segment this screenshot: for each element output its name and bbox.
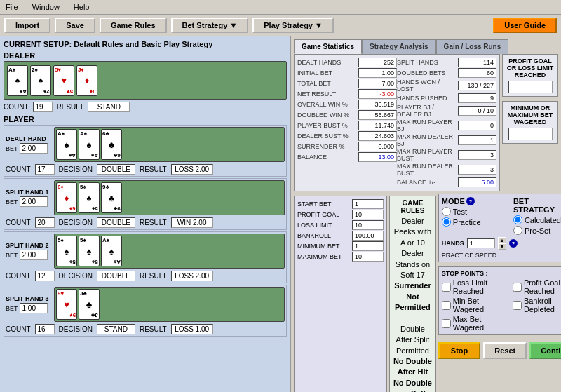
bet-setting-value: 1 (352, 241, 384, 251)
mode-help-icon[interactable]: ? (466, 197, 475, 205)
stat-label: BALANCE (297, 154, 357, 161)
continue-button[interactable]: Continue (529, 342, 561, 359)
mode-test-radio[interactable] (442, 207, 451, 216)
split3-decision: STAND (97, 324, 135, 334)
decision-label: DECISION (59, 165, 93, 173)
bet-label: BET (6, 198, 18, 205)
stop-point-checkbox[interactable] (513, 301, 522, 310)
split2-count: 12 (35, 271, 55, 281)
stat-label: HANDS PUSHED (397, 95, 457, 102)
save-button[interactable]: Save (55, 18, 95, 33)
mode-practice-label: Practice (453, 218, 481, 227)
split3-label: SPLIT HAND 3 (6, 295, 51, 302)
dealt-hand-label: DEALT HAND (6, 135, 51, 142)
stat-value: 3 (458, 150, 496, 160)
stat-row: INITIAL BET1.00 (297, 68, 397, 78)
stat-row: TOTAL BET7.00 (297, 79, 397, 88)
profit-loss-title: PROFIT GOAL OR LOSS LIMIT REACHED (506, 58, 555, 79)
bet-setting-value: 10 (352, 210, 384, 219)
count-label: COUNT (4, 103, 29, 111)
split1-bet: 2.00 (20, 196, 48, 207)
bet-strategy-button[interactable]: Bet Strategy ▼ (171, 18, 249, 33)
stat-label: MAX RUN PLAYER BUST (397, 148, 457, 162)
stop-point-label: Loss Limit Reached (453, 278, 511, 295)
split3-result: LOSS 1.00 (171, 324, 213, 334)
hands-spin-up[interactable]: ▲ (498, 237, 506, 243)
reset-button[interactable]: Reset (483, 342, 527, 359)
menu-file[interactable]: File (3, 1, 21, 13)
card: A♠♠A♠ (101, 236, 122, 266)
menu-help[interactable]: Help (71, 1, 93, 13)
stop-point-checkbox[interactable] (442, 319, 451, 328)
split3-bet: 1.00 (20, 303, 48, 313)
stat-value: 3 (458, 165, 496, 175)
stat-row: SURRENDER %0.000 (297, 142, 397, 151)
card: 5♠♠5♠ (79, 182, 100, 213)
stop-button[interactable]: Stop (438, 342, 480, 359)
game-rule-line: Surrender Not Permitted (393, 281, 433, 313)
stat-value: 1.00 (358, 68, 397, 78)
profit-loss-box: PROFIT GOAL OR LOSS LIMIT REACHED (502, 54, 558, 97)
stop-points-title: STOP POINTS : (442, 270, 561, 277)
stat-label: MAX RUN DEALER BUST (397, 163, 457, 177)
stat-value: 35.519 (358, 100, 397, 109)
stop-point-checkbox[interactable] (442, 283, 451, 292)
stat-label: INITIAL BET (297, 69, 357, 76)
split3-cards: 9♥♥9♥ J♣♣J♣ (54, 287, 285, 322)
result-label: RESULT (140, 272, 167, 280)
game-rules-text: Dealer Peeks with A or 10Dealer Stands o… (393, 216, 433, 392)
stop-point-checkbox[interactable] (513, 283, 522, 292)
profit-loss-input[interactable] (508, 81, 553, 93)
hands-input[interactable] (467, 238, 495, 248)
bet-setting-row: LOSS LIMIT10 (297, 220, 384, 230)
tab-game-statistics[interactable]: Game Statistics (294, 39, 362, 54)
play-strategy-button[interactable]: Play Strategy ▼ (252, 18, 334, 33)
practice-speed-label: PRACTICE SPEED (442, 252, 497, 259)
stop-point-checkbox[interactable] (442, 301, 451, 310)
hands-help-icon[interactable]: ? (509, 239, 518, 248)
import-button[interactable]: Import (4, 18, 50, 33)
card: 9♥♥9♥ (56, 289, 77, 320)
stat-value: 0 (458, 121, 496, 130)
split2-cards: 5♠♠5♠ 5♠♠5♠ A♠♠A♠ (54, 234, 285, 269)
min-max-input[interactable] (508, 128, 553, 140)
user-guide-button[interactable]: User Guide (493, 18, 557, 33)
stop-point-label: Min Bet Wagered (453, 297, 511, 313)
split1-label: SPLIT HAND 1 (6, 189, 51, 196)
bet-setting-label: START BET (297, 201, 350, 208)
game-rules-button[interactable]: Game Rules (100, 18, 167, 33)
bet-strategy-preset-radio[interactable] (513, 226, 522, 235)
stat-label: HANDS WON / LOST (397, 79, 457, 93)
bet-setting-value: 10 (352, 220, 384, 230)
mode-practice-radio[interactable] (442, 217, 451, 227)
dealt-count: 17 (35, 164, 55, 175)
game-rule-line: Dealer Stands on Soft 17 (393, 248, 433, 281)
hands-spin-down[interactable]: ▼ (498, 243, 506, 250)
card: A♠♠A♠ (79, 129, 100, 160)
card: 6♣♣6♣ (101, 129, 122, 160)
stat-value: -3.00 (358, 89, 397, 99)
tab-gain-loss-runs[interactable]: Gain / Loss Runs (436, 39, 509, 54)
bet-setting-value: 1 (352, 199, 384, 209)
card: J♣♣J♣ (79, 289, 100, 320)
stat-row: SPLIT HANDS114 (397, 58, 496, 67)
stat-value: + 5.00 (458, 177, 496, 187)
stat-row: OVERALL WIN %35.519 (297, 100, 397, 109)
bet-setting-label: MINIMUM BET (297, 243, 350, 250)
mode-label: MODE (442, 197, 465, 205)
bet-setting-label: MAXIMUM BET (297, 253, 350, 260)
stat-row: MAX RUN PLAYER BUST3 (397, 148, 496, 162)
stat-value: 0 / 10 (458, 106, 496, 116)
card: 5♠♠5♠ (79, 236, 100, 266)
bet-strategy-calculated-radio[interactable] (513, 215, 522, 224)
menu-window[interactable]: Window (29, 1, 62, 13)
tabs: Game Statistics Strategy Analysis Gain /… (294, 39, 558, 54)
dealt-hand-bet: 2.00 (20, 143, 48, 154)
stat-value: 11.749 (358, 121, 397, 130)
dealt-decision: DOUBLE (97, 164, 135, 175)
stat-value: 9 (458, 93, 496, 103)
stat-row: NET RESULT-3.00 (297, 89, 397, 99)
stat-row: HANDS WON / LOST130 / 227 (397, 79, 496, 93)
tab-strategy-analysis[interactable]: Strategy Analysis (362, 39, 436, 54)
stat-row: HANDS PUSHED9 (397, 93, 496, 103)
